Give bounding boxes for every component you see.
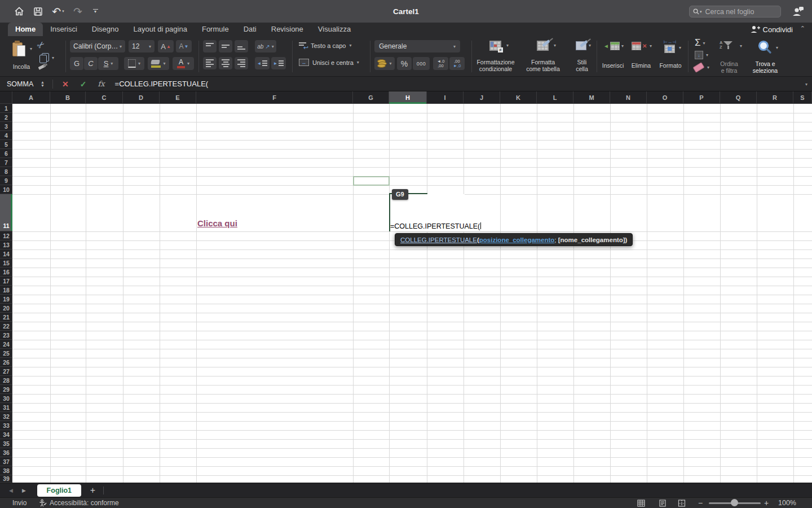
align-left-button[interactable] (203, 57, 217, 69)
conditional-formatting-button[interactable]: ≠ ▾ Formattazionecondizionale (475, 38, 517, 75)
row-header-35[interactable]: 35 (0, 439, 12, 448)
number-format-select[interactable]: Generale ▾ (374, 40, 460, 52)
underline-button[interactable]: S▾ (98, 57, 118, 70)
row-header-37[interactable]: 37 (0, 457, 12, 466)
column-header-f[interactable]: F (196, 91, 353, 104)
decrease-indent-button[interactable]: ◄ (255, 57, 270, 69)
accessibility-status[interactable]: Accessibilità: conforme (38, 498, 119, 508)
row-headers[interactable]: 1234567891011121314151617181920212223242… (0, 104, 12, 483)
row-header-36[interactable]: 36 (0, 448, 12, 457)
row-header-29[interactable]: 29 (0, 385, 12, 394)
format-as-table-button[interactable]: ▾ Formattacome tabella (520, 38, 566, 75)
insert-function-icon[interactable]: fx (98, 80, 104, 88)
row-header-9[interactable]: 9 (0, 176, 12, 185)
tooltip-function-name[interactable]: COLLEG.IPERTESTUALE (400, 237, 477, 243)
cut-icon[interactable]: ✂ (34, 38, 47, 51)
spreadsheet-cells[interactable]: Clicca qui G9 =COLLEG.IPERTESTUALE( COLL… (12, 104, 812, 483)
column-header-j[interactable]: J (464, 91, 500, 104)
percent-button[interactable]: % (397, 57, 412, 70)
select-all-corner[interactable] (0, 91, 12, 104)
row-header-3[interactable]: 3 (0, 122, 12, 131)
row-header-6[interactable]: 6 (0, 149, 12, 158)
cell-styles-button[interactable]: ▾ Stilicella (570, 38, 594, 75)
search-input[interactable] (704, 7, 777, 16)
name-box[interactable]: SOMMA (0, 80, 41, 88)
grow-font-button[interactable]: A▲ (158, 40, 174, 52)
fill-color-button[interactable]: ▾ (148, 57, 169, 70)
column-header-l[interactable]: L (537, 91, 573, 104)
column-header-k[interactable]: K (500, 91, 537, 104)
tab-inserisci[interactable]: Inserisci (43, 23, 85, 36)
paste-button[interactable]: ▾ Incolla (9, 40, 34, 72)
next-sheet-icon[interactable]: ▶ (22, 488, 26, 493)
zoom-in-button[interactable]: + (764, 498, 769, 508)
tab-layout-di-pagina[interactable]: Layout di pagina (126, 23, 195, 36)
format-painter-icon[interactable] (38, 65, 46, 70)
align-middle-button[interactable] (219, 40, 232, 52)
fill-button[interactable]: ↓ ▾ (695, 51, 708, 59)
add-sheet-button[interactable]: + (90, 485, 95, 496)
tab-disegno[interactable]: Disegno (85, 23, 126, 36)
tab-formule[interactable]: Formule (195, 23, 236, 36)
row-header-26[interactable]: 26 (0, 358, 12, 367)
copy-icon[interactable] (39, 53, 49, 63)
column-header-b[interactable]: B (50, 91, 86, 104)
row-header-7[interactable]: 7 (0, 158, 12, 167)
normal-view-icon[interactable] (637, 498, 645, 508)
copy-caret-icon[interactable]: ▾ (52, 55, 54, 60)
wrap-text-button[interactable]: ↩ Testo a capo ▾ (299, 42, 351, 49)
column-header-i[interactable]: I (427, 91, 464, 104)
row-header-23[interactable]: 23 (0, 331, 12, 340)
row-header-25[interactable]: 25 (0, 349, 12, 358)
merge-center-button[interactable]: ↔ Unisci e centra ▾ (299, 59, 359, 66)
search-scope-caret-icon[interactable]: ▾ (700, 10, 702, 14)
row-header-24[interactable]: 24 (0, 340, 12, 349)
row-header-38[interactable]: 38 (0, 466, 12, 475)
sheet-tab-foglio1[interactable]: Foglio1 (37, 484, 81, 497)
tab-visualizza[interactable]: Visualizza (311, 23, 358, 36)
font-name-select[interactable]: Calibri (Corp… ▾ (70, 40, 125, 52)
increase-indent-button[interactable]: ► (271, 57, 286, 69)
row-header-19[interactable]: 19 (0, 295, 12, 304)
align-top-button[interactable] (203, 40, 217, 52)
people-icon[interactable] (791, 0, 805, 23)
column-header-n[interactable]: N (610, 91, 647, 104)
search-box[interactable]: ▾ (689, 6, 781, 17)
borders-button[interactable]: ▾ (124, 57, 144, 70)
column-header-q[interactable]: Q (720, 91, 757, 104)
increase-decimal-button[interactable]: ◄.0 ,00 (433, 57, 448, 70)
expand-formula-bar-icon[interactable]: ▾ (805, 82, 807, 87)
column-headers[interactable]: ABCDEFGHIJKLMNOPQRS (12, 91, 812, 104)
orientation-button[interactable]: ab ↗▾ (255, 40, 276, 52)
column-header-e[interactable]: E (160, 91, 196, 104)
sort-filter-button[interactable]: AZ ▾ Ordinae filtra (713, 38, 745, 75)
autosum-button[interactable]: Σ ▾ (695, 37, 705, 49)
decrease-decimal-button[interactable]: ,00 ►,0 (449, 57, 465, 70)
tab-dati[interactable]: Dati (236, 23, 264, 36)
row-header-5[interactable]: 5 (0, 140, 12, 149)
bold-button[interactable]: G (70, 57, 83, 70)
collapse-ribbon-icon[interactable]: ⌃ (800, 25, 805, 32)
row-header-13[interactable]: 13 (0, 240, 12, 249)
tab-home[interactable]: Home (8, 23, 43, 36)
tooltip-arg1[interactable]: posizione_collegamento (479, 237, 555, 243)
row-header-22[interactable]: 22 (0, 322, 12, 331)
row-header-2[interactable]: 2 (0, 113, 12, 122)
column-header-c[interactable]: C (86, 91, 123, 104)
formula-input[interactable]: =COLLEG.IPERTESTUALE( (115, 80, 209, 88)
paste-caret-icon[interactable]: ▾ (30, 46, 32, 51)
row-header-10[interactable]: 10 (0, 185, 12, 194)
row-header-28[interactable]: 28 (0, 376, 12, 385)
zoom-out-button[interactable]: − (698, 498, 703, 508)
tab-revisione[interactable]: Revisione (264, 23, 311, 36)
currency-button[interactable]: ▾ (374, 57, 395, 70)
row-header-32[interactable]: 32 (0, 412, 12, 421)
column-header-p[interactable]: P (683, 91, 720, 104)
align-center-button[interactable] (219, 57, 232, 69)
row-header-21[interactable]: 21 (0, 313, 12, 322)
clear-button[interactable]: ▾ (694, 64, 709, 71)
page-break-view-icon[interactable] (678, 498, 686, 508)
insert-cells-button[interactable]: ◄ ▾ Inserisci (600, 38, 626, 75)
name-box-stepper[interactable]: ▲▼ (41, 81, 45, 87)
italic-button[interactable]: C (84, 57, 98, 70)
